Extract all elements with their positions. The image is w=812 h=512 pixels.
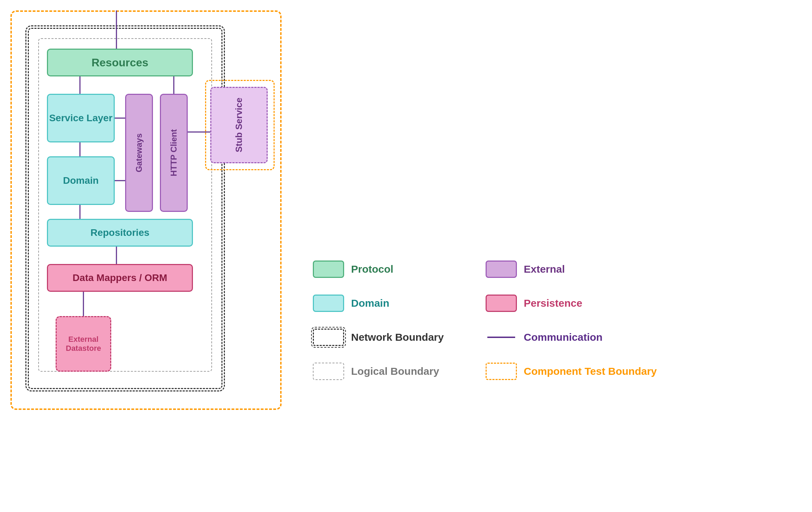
domain-box: Domain <box>47 156 115 205</box>
persistence-swatch <box>486 295 517 312</box>
legend-protocol: Protocol <box>313 261 444 278</box>
comm-line-container <box>486 329 517 346</box>
legend-domain: Domain <box>313 295 444 312</box>
resources-box: Resources <box>47 49 193 76</box>
external-datastore-box: External Datastore <box>56 316 111 372</box>
gateways-box: Gateways <box>125 94 153 212</box>
network-boundary-swatch <box>313 329 344 346</box>
legend-component-test-boundary: Component Test Boundary <box>486 363 657 380</box>
logical-boundary-swatch <box>313 363 344 380</box>
component-test-boundary-swatch <box>486 363 517 380</box>
data-mappers-box: Data Mappers / ORM <box>47 264 193 292</box>
service-layer-box: Service Layer <box>47 94 115 142</box>
domain-swatch <box>313 295 344 312</box>
persistence-label: Persistence <box>524 297 582 309</box>
protocol-label: Protocol <box>351 263 393 275</box>
logical-boundary-label: Logical Boundary <box>351 365 439 377</box>
network-boundary-label: Network Boundary <box>351 331 444 343</box>
legend-columns: Protocol Domain Network Boundary Logical… <box>313 261 765 390</box>
legend-col-right: External Persistence Communication Compo… <box>486 261 657 390</box>
legend-persistence: Persistence <box>486 295 657 312</box>
external-label: External <box>524 263 565 275</box>
communication-label: Communication <box>524 331 603 343</box>
http-client-box: HTTP Client <box>160 94 188 212</box>
external-swatch <box>486 261 517 278</box>
component-test-boundary-label: Component Test Boundary <box>524 365 657 377</box>
stub-service-box: Stub Service <box>210 87 268 163</box>
domain-legend-label: Domain <box>351 297 389 309</box>
diagram-area: Resources Service Layer Domain Gateways … <box>10 10 282 427</box>
repositories-box: Repositories <box>47 219 193 247</box>
legend-external: External <box>486 261 657 278</box>
legend-network-boundary: Network Boundary <box>313 329 444 346</box>
legend-area: Protocol Domain Network Boundary Logical… <box>313 261 765 390</box>
legend-logical-boundary: Logical Boundary <box>313 363 444 380</box>
legend-communication: Communication <box>486 329 657 346</box>
comm-line <box>487 337 515 338</box>
protocol-swatch <box>313 261 344 278</box>
legend-col-left: Protocol Domain Network Boundary Logical… <box>313 261 444 390</box>
